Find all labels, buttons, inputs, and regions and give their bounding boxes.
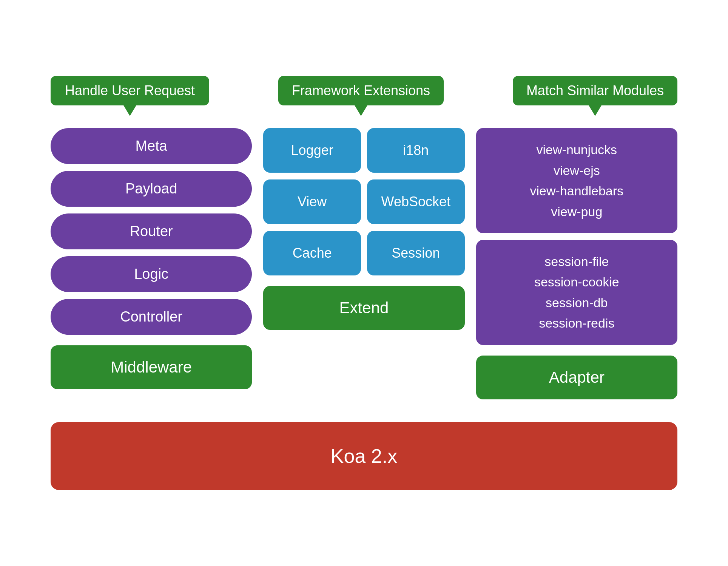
- diagram: Handle User Request Framework Extensions…: [43, 61, 685, 505]
- koa-section: Koa 2.x: [51, 422, 677, 490]
- box-view: View: [263, 179, 361, 224]
- middle-column: Logger i18n View WebSocket Cache: [263, 128, 464, 330]
- bubble-framework-extensions: Framework Extensions: [278, 76, 444, 105]
- pill-meta: Meta: [51, 128, 252, 164]
- left-column: Meta Payload Router Logic Controller Mid…: [51, 128, 252, 389]
- right-column: view-nunjucks view-ejs view-handlebars v…: [476, 128, 677, 399]
- bar-koa: Koa 2.x: [51, 422, 677, 490]
- box-session-adapters: session-file session-cookie session-db s…: [476, 240, 677, 345]
- pill-controller: Controller: [51, 299, 252, 335]
- box-view-adapters: view-nunjucks view-ejs view-handlebars v…: [476, 128, 677, 233]
- grid-row-1: Logger i18n: [263, 128, 464, 173]
- grid-row-2: View WebSocket: [263, 179, 464, 224]
- bar-extend: Extend: [263, 286, 464, 330]
- bar-adapter: Adapter: [476, 356, 677, 399]
- box-i18n: i18n: [367, 128, 465, 173]
- pill-payload: Payload: [51, 171, 252, 207]
- bar-middleware: Middleware: [51, 345, 252, 389]
- pill-router: Router: [51, 213, 252, 249]
- bubble-match-similar-modules: Match Similar Modules: [513, 76, 677, 105]
- box-websocket: WebSocket: [367, 179, 465, 224]
- top-labels: Handle User Request Framework Extensions…: [51, 76, 677, 105]
- grid-row-3: Cache Session: [263, 231, 464, 275]
- bubble-handle-user-request: Handle User Request: [51, 76, 209, 105]
- pill-logic: Logic: [51, 256, 252, 292]
- box-session: Session: [367, 231, 465, 275]
- box-logger: Logger: [263, 128, 361, 173]
- box-cache: Cache: [263, 231, 361, 275]
- main-columns: Meta Payload Router Logic Controller Mid…: [51, 128, 677, 399]
